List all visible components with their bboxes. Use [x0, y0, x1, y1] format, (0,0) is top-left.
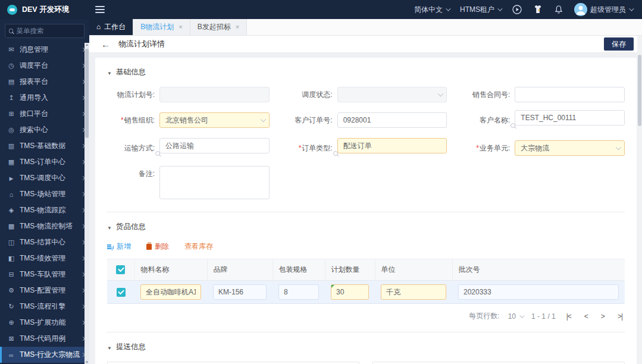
sidebar-item-10[interactable]: ⌂ TMS-场站管理 [0, 186, 89, 202]
close-icon[interactable] [178, 23, 182, 30]
user-menu[interactable]: 超级管理员 [574, 3, 632, 16]
control-tower-icon: ▩ [7, 222, 15, 230]
field-label: 物流计划号: [107, 87, 159, 102]
search-icon[interactable] [511, 123, 515, 128]
sidebar-item-13[interactable]: ◫ TMS-结算中心 [0, 234, 89, 250]
cell-input[interactable] [213, 284, 267, 300]
last-page-icon[interactable]: >| [615, 312, 625, 321]
menu-search-input[interactable] [16, 27, 80, 34]
main-scrollbar[interactable] [637, 36, 642, 364]
sidebar-item-16[interactable]: ⚙ TMS-配置管理 [0, 283, 89, 299]
sidebar-item-label: 搜索中心 [20, 125, 82, 135]
collapse-caret-icon [107, 223, 112, 231]
next-page-icon[interactable]: > [599, 312, 607, 321]
rows-per-page-select[interactable]: 10 [508, 312, 523, 321]
sidebar-item-label: TMS-行业大宗物流 [20, 350, 82, 360]
field-business-unit: *业务单元: [462, 138, 625, 158]
page-header: 物流计划详情 保存 [89, 36, 642, 53]
field-label: *销售组织: [107, 112, 159, 128]
station-icon: ⌂ [7, 191, 15, 198]
cell-input[interactable] [278, 284, 319, 300]
sidebar-scrollbar[interactable] [84, 43, 89, 364]
tab-2[interactable]: B物流计划 [133, 18, 190, 35]
sidebar-item-4[interactable]: ↥ 通用导入 [0, 90, 89, 106]
cell-input[interactable] [331, 284, 369, 300]
first-page-icon[interactable]: |< [564, 312, 574, 321]
sales-contract-no-input[interactable] [515, 87, 625, 102]
sidebar-item-7[interactable]: ▥ TMS-基础数据 [0, 138, 89, 154]
sidebar-item-label: TMS-绩效管理 [20, 253, 82, 263]
sidebar-menu: ✉ 消息管理 ◷ 调度平台 ▤ 报表平台 ↥ 通用导入 ⊞ 接口平台 ◎ 搜索中… [0, 42, 89, 363]
search-icon[interactable] [155, 151, 160, 156]
user-avatar [574, 3, 587, 16]
order-type-input[interactable] [337, 138, 447, 153]
sidebar-item-18[interactable]: ⊕ TMS-扩展功能 [0, 315, 89, 331]
sidebar-item-label: 接口平台 [20, 109, 82, 119]
section-goods-info: 货品信息 新增 删除 查看库存 物料名称品牌包装规格计划数量单位批次号 [95, 212, 637, 332]
tab-3[interactable]: B发起招标 [190, 18, 247, 35]
plan-no-input[interactable] [159, 87, 270, 102]
prev-page-icon[interactable]: < [582, 312, 590, 321]
sidebar-item-3[interactable]: ▤ 报表平台 [0, 74, 89, 90]
search-icon [9, 29, 13, 33]
add-icon [107, 243, 114, 250]
sidebar: ✉ 消息管理 ◷ 调度平台 ▤ 报表平台 ↥ 通用导入 ⊞ 接口平台 ◎ 搜索中… [0, 19, 89, 364]
section-goods-header[interactable]: 货品信息 [107, 222, 625, 232]
field-label: 客户名称: [462, 112, 515, 128]
sidebar-item-19[interactable]: ⊠ TMS-代码用例 [0, 331, 89, 347]
sidebar-item-11[interactable]: ◈ TMS-物流跟踪 [0, 202, 89, 218]
section-shipping-info: 提送信息 提货信息 *提货地: *计划发运日期: [95, 332, 637, 364]
sidebar-item-9[interactable]: ► TMS-调度中心 [0, 170, 89, 186]
customer-order-no-input[interactable] [337, 112, 447, 128]
order-center-icon: ▦ [7, 158, 15, 166]
notification-bell-icon[interactable] [553, 5, 563, 15]
add-row-button[interactable]: 新增 [107, 241, 131, 252]
detail-card: 基础信息 物流计划号: 调度状态: 销售合同号: [95, 58, 637, 364]
business-unit-select[interactable] [515, 140, 625, 156]
goods-toolbar: 新增 删除 查看库存 [107, 241, 625, 252]
sidebar-item-12[interactable]: ▩ TMS-物流控制塔 [0, 218, 89, 234]
tenant-label: HTMS租户 [460, 5, 494, 15]
sidebar-item-20[interactable]: ∞ TMS-行业大宗物流 [0, 347, 89, 363]
remark-textarea[interactable] [159, 166, 270, 199]
sidebar-item-label: TMS-车队管理 [20, 269, 82, 280]
tab-1[interactable]: 工作台 [89, 18, 133, 35]
guide-play-icon[interactable] [512, 5, 522, 15]
save-button[interactable]: 保存 [604, 37, 634, 51]
delete-row-button[interactable]: 删除 [146, 241, 169, 252]
sidebar-item-15[interactable]: ⊟ TMS-车队管理 [0, 266, 89, 283]
customer-name-input[interactable] [515, 110, 625, 125]
sidebar-item-5[interactable]: ⊞ 接口平台 [0, 106, 89, 122]
cell-input[interactable] [140, 284, 201, 300]
row-checkbox[interactable] [117, 288, 126, 297]
sidebar-item-17[interactable]: ↻ TMS-流程引擎 [0, 299, 89, 315]
view-stock-button[interactable]: 查看库存 [184, 241, 213, 252]
fleet-icon: ⊟ [7, 271, 15, 278]
sidebar-item-6[interactable]: ◎ 搜索中心 [0, 122, 89, 138]
base-data-icon: ▥ [7, 142, 15, 150]
sidebar-item-14[interactable]: ◧ TMS-绩效管理 [0, 250, 89, 266]
cell-input[interactable] [381, 284, 446, 300]
field-label: 客户订单号: [285, 112, 337, 128]
sales-org-select[interactable] [159, 112, 270, 128]
table-row [107, 281, 625, 304]
cell-input[interactable] [458, 284, 619, 300]
sidebar-item-1[interactable]: ✉ 消息管理 [0, 42, 89, 58]
transport-mode-input[interactable] [159, 138, 270, 153]
select-all-checkbox[interactable] [116, 265, 125, 274]
sidebar-item-2[interactable]: ◷ 调度平台 [0, 58, 89, 74]
back-icon[interactable] [101, 39, 110, 49]
sidebar-item-8[interactable]: ▦ TMS-订单中心 [0, 154, 89, 170]
menu-search[interactable] [5, 24, 84, 38]
section-shipping-header[interactable]: 提送信息 [107, 342, 625, 352]
sidebar-collapse-icon[interactable] [95, 6, 105, 13]
dispatch-status-select[interactable] [337, 87, 447, 102]
trash-icon [146, 244, 152, 250]
search-icon[interactable] [333, 151, 338, 156]
tenant-switcher[interactable]: HTMS租户 [460, 5, 501, 15]
language-switcher[interactable]: 简体中文 [414, 5, 449, 15]
brand-text: DEV 开发环境 [22, 5, 69, 15]
store-icon[interactable] [533, 5, 543, 15]
close-icon[interactable] [236, 23, 239, 30]
section-basic-header[interactable]: 基础信息 [107, 67, 625, 77]
